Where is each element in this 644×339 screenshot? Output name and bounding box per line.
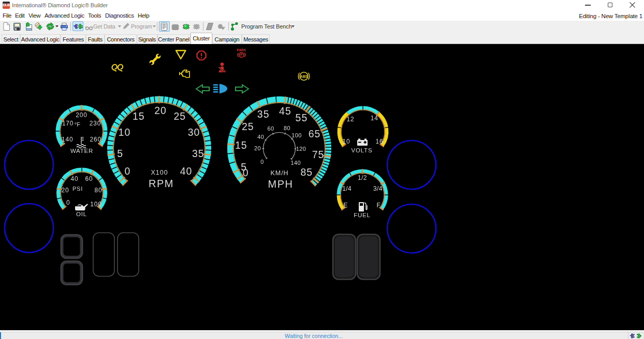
svg-text:35: 35 [257, 108, 270, 120]
svg-text:X100: X100 [151, 169, 168, 176]
svg-text:F: F [376, 202, 380, 209]
svg-text:KM/H: KM/H [270, 170, 288, 177]
svg-text:230: 230 [90, 120, 101, 127]
svg-text:5: 5 [117, 148, 123, 159]
svg-text:20: 20 [154, 105, 167, 116]
svg-text:1/4: 1/4 [342, 185, 352, 192]
svg-text:260: 260 [90, 136, 101, 143]
svg-text:0: 0 [260, 159, 264, 165]
svg-text:85: 85 [300, 166, 313, 178]
svg-text:20: 20 [62, 187, 69, 194]
svg-text:40: 40 [257, 134, 264, 140]
svg-text:15: 15 [133, 110, 145, 122]
svg-text:3/4: 3/4 [373, 185, 383, 192]
svg-text:45: 45 [279, 105, 291, 117]
svg-text:WATER: WATER [70, 148, 93, 154]
svg-text:60: 60 [85, 175, 93, 182]
svg-text:60: 60 [268, 125, 274, 132]
svg-text:0: 0 [66, 199, 70, 206]
svg-text:PARK: PARK [237, 48, 246, 52]
svg-text:140: 140 [62, 136, 73, 143]
svg-text:140: 140 [290, 160, 301, 166]
svg-text:0: 0 [125, 165, 131, 177]
svg-text:75: 75 [312, 149, 325, 160]
svg-text:25: 25 [173, 110, 186, 122]
svg-text:80: 80 [95, 187, 103, 194]
svg-text:ABS: ABS [300, 75, 308, 78]
svg-text:35: 35 [192, 148, 204, 159]
svg-text:FUEL: FUEL [354, 212, 371, 218]
svg-text:200: 200 [76, 111, 87, 119]
svg-text:MPH: MPH [268, 178, 294, 190]
svg-text:55: 55 [296, 112, 308, 123]
svg-text:40: 40 [180, 165, 193, 177]
svg-text:14: 14 [371, 115, 378, 122]
svg-text:25: 25 [242, 121, 254, 132]
svg-text:40: 40 [70, 175, 78, 182]
svg-text:20: 20 [254, 145, 261, 151]
svg-text:°F: °F [75, 121, 81, 128]
svg-text:30: 30 [188, 126, 200, 138]
svg-text:E: E [343, 202, 348, 209]
svg-text:15: 15 [235, 139, 247, 151]
svg-text:120: 120 [296, 146, 306, 152]
svg-text:80: 80 [284, 125, 290, 131]
svg-text:65: 65 [309, 128, 321, 139]
svg-text:10: 10 [119, 126, 131, 138]
svg-text:5: 5 [241, 161, 247, 173]
svg-text:100: 100 [291, 132, 302, 138]
svg-text:OIL: OIL [76, 211, 87, 217]
svg-text:VOLTS: VOLTS [352, 147, 373, 153]
svg-text:100: 100 [90, 201, 101, 208]
svg-text:P: P [240, 53, 243, 56]
svg-text:PSI: PSI [72, 186, 83, 192]
svg-text:1/2: 1/2 [358, 174, 367, 181]
svg-text:12: 12 [347, 116, 355, 123]
svg-text:16: 16 [376, 138, 384, 145]
svg-text:170: 170 [62, 120, 74, 127]
svg-text:10: 10 [342, 138, 350, 145]
svg-text:RPM: RPM [149, 178, 174, 189]
